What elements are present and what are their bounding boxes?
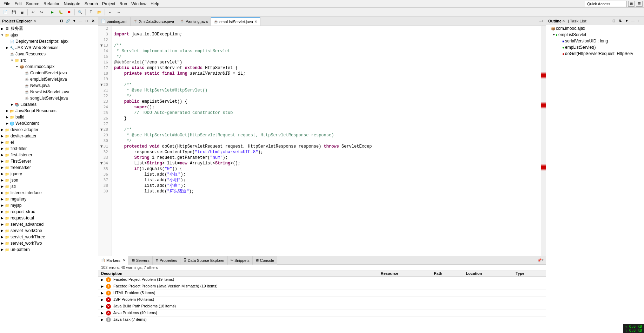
- tree-arrow-comimoocajax[interactable]: ▾: [15, 65, 19, 68]
- tree-arrow-firstfilter[interactable]: ▶: [0, 147, 4, 150]
- menu-help[interactable]: Help: [148, 1, 161, 7]
- tree-arrow-server[interactable]: ▶: [0, 27, 4, 30]
- marker-row[interactable]: ▶ ! Faceted Project Problem (19 items): [98, 277, 546, 283]
- code-line-31[interactable]: protected void doGet(HttpServletRequest …: [114, 144, 539, 149]
- tab-close-emplistservlet-java[interactable]: ✕: [254, 20, 257, 23]
- tree-arrow-jstl[interactable]: ▶: [0, 185, 4, 188]
- print-btn[interactable]: 🖨: [18, 8, 26, 16]
- tree-item-contentservlet[interactable]: ☕ ContentServlet.java: [0, 70, 98, 76]
- bottom-tab-snippets[interactable]: ✂ Snippets: [228, 256, 253, 265]
- tree-arrow-javares[interactable]: [5, 52, 9, 56]
- tree-item-servletworktwo[interactable]: ▶ 📁 servlet_workTwo: [0, 240, 98, 246]
- menu-file[interactable]: File: [1, 1, 12, 7]
- code-line-28[interactable]: /**: [114, 127, 539, 132]
- tree-arrow-webcontent[interactable]: ▶: [5, 122, 9, 125]
- menu-refactor[interactable]: Refactor: [41, 1, 61, 7]
- tree-arrow-servletworkone[interactable]: ▶: [0, 229, 4, 232]
- collapse-all-btn[interactable]: ⊟: [59, 18, 64, 24]
- tree-item-mgallery[interactable]: ▶ 📁 mgallery: [0, 196, 98, 202]
- forward-btn[interactable]: →: [115, 8, 122, 16]
- tree-item-firstlistener[interactable]: ▶ 📁 first-listener: [0, 152, 98, 158]
- tree-arrow-ajax[interactable]: ▾: [0, 33, 4, 37]
- tab-xmldatasource-java[interactable]: ☕ XmlDataSource.java: [131, 17, 177, 26]
- minimize-btn[interactable]: —: [78, 18, 83, 24]
- code-line-30[interactable]: */: [114, 138, 539, 144]
- tree-arrow-libraries[interactable]: ▶: [10, 103, 14, 106]
- marker-expand[interactable]: ▶: [101, 311, 104, 315]
- tree-arrow-servletworktwo[interactable]: ▶: [0, 242, 4, 245]
- tree-arrow-jaxws[interactable]: ▶: [5, 46, 9, 49]
- tree-item-el[interactable]: ▶ 📁 el: [0, 139, 98, 145]
- marker-row[interactable]: ▶ ! Faceted Project Problem (Java Versio…: [98, 283, 546, 290]
- tree-item-servletworkone[interactable]: ▶ 📁 servlet_workOne: [0, 227, 98, 234]
- tree-item-build[interactable]: ▶ 📁 build: [0, 114, 98, 120]
- quick-access-input[interactable]: Quick Access: [585, 1, 627, 7]
- back-btn[interactable]: ←: [106, 8, 114, 16]
- marker-expand[interactable]: ▶: [101, 298, 104, 301]
- outline-item-emplistservlet-constructor[interactable]: ● empListServlet(): [546, 44, 644, 50]
- code-line-20[interactable]: /**: [114, 82, 539, 88]
- open-type-btn[interactable]: T: [87, 8, 95, 16]
- tree-arrow-servletadvanced[interactable]: ▶: [0, 223, 4, 226]
- code-line-22[interactable]: */: [114, 93, 539, 99]
- menu-edit[interactable]: Edit: [12, 1, 24, 7]
- code-line-23[interactable]: public empListServlet() {: [114, 99, 539, 104]
- code-line-13[interactable]: /**: [114, 43, 539, 48]
- code-line-33[interactable]: String i=request.getParameter("num");: [114, 155, 539, 161]
- outline-menu-btn[interactable]: ▾: [624, 18, 629, 24]
- tree-item-json[interactable]: ▶ 📁 json: [0, 177, 98, 183]
- search-btn[interactable]: 🔍: [76, 8, 84, 16]
- fold-icon-34[interactable]: ▼: [100, 161, 103, 165]
- tree-item-songlistservlet[interactable]: ☕ songListServlet.java: [0, 95, 98, 101]
- tree-item-requeststruc[interactable]: ▶ 📁 request-struc: [0, 209, 98, 215]
- tree-item-servletworkthree[interactable]: ▶ 📁 servlet_workThree: [0, 234, 98, 240]
- tree-item-jaxws[interactable]: ▶ 🔧 JAX-WS Web Services: [0, 45, 98, 51]
- menu-source[interactable]: Source: [24, 1, 41, 7]
- tree-item-libraries[interactable]: ▶ 📚 Libraries: [0, 101, 98, 108]
- tab-emplistservlet-java[interactable]: ☕ empListServlet.java ✕: [211, 17, 260, 26]
- marker-expand[interactable]: ▶: [101, 285, 104, 288]
- tree-item-urlpattern[interactable]: ▶ 📁 url-pattern: [0, 246, 98, 253]
- code-line-25[interactable]: // TODO Auto-generated constructor stub: [114, 110, 539, 116]
- save-btn[interactable]: 💾: [10, 8, 18, 16]
- marker-expand[interactable]: ▶: [101, 318, 104, 321]
- tree-item-jquery[interactable]: ▶ 📁 jquery: [0, 171, 98, 177]
- tree-arrow-myjsp[interactable]: ▶: [0, 204, 4, 207]
- tree-item-deviteradater[interactable]: ▶ 📁 deviter-adater: [0, 133, 98, 139]
- code-line-24[interactable]: super();: [114, 104, 539, 110]
- tree-arrow-urlpattern[interactable]: ▶: [0, 248, 4, 251]
- tree-arrow-src[interactable]: ▾: [10, 59, 14, 62]
- marker-expand[interactable]: ▶: [101, 278, 104, 281]
- perspective-btn[interactable]: ⊞: [628, 1, 635, 7]
- bottom-tab-properties[interactable]: ⚙ Properties: [153, 256, 180, 265]
- marker-row[interactable]: ▶ ✕ Java Problems (40 items): [98, 310, 546, 317]
- editor-min-btn[interactable]: —: [539, 19, 542, 23]
- tree-arrow-jsres[interactable]: ▶: [5, 109, 9, 113]
- tree-arrow-emplistservlet[interactable]: [20, 77, 24, 81]
- tree-item-servletadvanced[interactable]: ▶ 📁 servlet_advanced: [0, 221, 98, 227]
- code-line-32[interactable]: response.setContentType("text/html;chars…: [114, 149, 539, 155]
- tree-arrow-json[interactable]: ▶: [0, 178, 4, 182]
- code-line-16[interactable]: @WebServlet("/emp_servlet"): [114, 60, 539, 65]
- tree-arrow-firstserver[interactable]: ▶: [0, 159, 4, 163]
- menu-search[interactable]: Search: [82, 1, 100, 7]
- tree-item-webcontent[interactable]: ▶ 🌐 WebContent: [0, 120, 98, 127]
- code-line-15[interactable]: */: [114, 54, 539, 60]
- editor-max-btn[interactable]: □: [542, 19, 544, 23]
- bottom-tab-servers[interactable]: 🖥 Servers: [129, 256, 153, 265]
- tree-arrow-build[interactable]: ▶: [5, 115, 9, 119]
- outline-item-comimoocajax-outline[interactable]: 📦 com.imooc.ajax: [546, 25, 644, 32]
- fold-icon-28[interactable]: ▼: [100, 127, 103, 132]
- tree-arrow-el[interactable]: ▶: [0, 141, 4, 144]
- code-line-26[interactable]: }: [114, 116, 539, 121]
- tree-item-news[interactable]: ☕ News.java: [0, 82, 98, 89]
- outline-min-btn[interactable]: —: [630, 18, 636, 24]
- code-line-34[interactable]: List<String> list=new ArrayList<String>(…: [114, 161, 539, 166]
- undo-btn[interactable]: ↩: [29, 8, 37, 16]
- tree-item-requesttotal[interactable]: ▶ 📁 request-total: [0, 215, 98, 221]
- close-btn[interactable]: ✕: [90, 18, 96, 24]
- tree-arrow-songlistservlet[interactable]: [20, 96, 24, 100]
- redo-btn[interactable]: ↪: [38, 8, 45, 16]
- tab-painting-java[interactable]: ☕ Painting.java: [177, 17, 211, 26]
- tree-arrow-servletworkthree[interactable]: ▶: [0, 235, 4, 239]
